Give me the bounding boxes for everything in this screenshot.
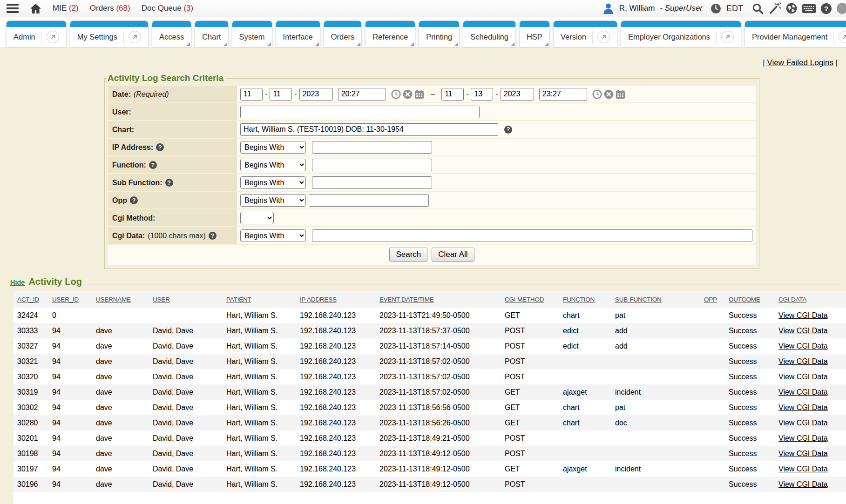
- function-match-select[interactable]: Begins With: [240, 159, 306, 171]
- function-input[interactable]: [312, 159, 432, 171]
- column-header-link[interactable]: ACT_ID: [17, 296, 39, 303]
- column-header-link[interactable]: OPP: [704, 296, 717, 303]
- date-from-day-input[interactable]: [270, 88, 292, 101]
- tab-reference[interactable]: Reference: [365, 21, 415, 47]
- sub-function-input[interactable]: [312, 176, 432, 189]
- view-cgi-data-link[interactable]: View CGI Data: [778, 373, 828, 381]
- tab-hsp[interactable]: HSP: [520, 21, 549, 47]
- hide-log-link[interactable]: Hide: [10, 279, 25, 286]
- cell-user: David, Dave: [149, 461, 223, 477]
- sub-function-help-icon[interactable]: ?: [165, 179, 173, 187]
- search-icon[interactable]: [752, 3, 764, 14]
- external-link-icon[interactable]: [597, 31, 610, 43]
- calendar-icon[interactable]: [414, 89, 424, 99]
- column-header-link[interactable]: USER: [153, 296, 170, 303]
- cgi-data-row: Cgi Data:(1000 chars max)? Begins With: [108, 227, 756, 244]
- external-link-icon[interactable]: [47, 31, 59, 43]
- ip-address-input[interactable]: [312, 141, 432, 154]
- time-picker-icon[interactable]: [592, 89, 602, 99]
- nav-doc-queue[interactable]: Doc Queue (3): [142, 4, 194, 13]
- date-to-month-input[interactable]: [441, 88, 464, 101]
- view-cgi-data-link[interactable]: View CGI Data: [778, 342, 828, 350]
- view-cgi-data-link[interactable]: View CGI Data: [778, 480, 828, 488]
- tab-scheduling[interactable]: Scheduling: [463, 21, 515, 47]
- user-input[interactable]: [240, 106, 480, 118]
- nav-orders[interactable]: Orders (68): [90, 4, 130, 13]
- column-header-link[interactable]: USERNAME: [96, 296, 131, 303]
- sub-function-match-select[interactable]: Begins With: [240, 176, 306, 189]
- tab-version[interactable]: Version: [554, 21, 617, 47]
- view-cgi-data-link[interactable]: View CGI Data: [778, 465, 828, 473]
- cgi-data-help-icon[interactable]: ?: [209, 232, 217, 240]
- tab-interface[interactable]: Interface: [276, 21, 320, 47]
- clear-date-icon[interactable]: [604, 89, 614, 99]
- view-failed-logins-link[interactable]: View Failed Logins: [767, 58, 833, 67]
- date-to-day-input[interactable]: [471, 88, 493, 101]
- time-picker-icon[interactable]: [391, 89, 401, 99]
- external-link-icon[interactable]: [721, 31, 734, 43]
- column-header-link[interactable]: CGI METHOD: [505, 296, 544, 303]
- globe-icon[interactable]: [786, 3, 797, 14]
- view-cgi-data-link[interactable]: View CGI Data: [778, 419, 828, 427]
- cgi-method-select[interactable]: [240, 212, 274, 224]
- clock-icon[interactable]: [711, 3, 721, 14]
- date-to-year-input[interactable]: [501, 88, 534, 101]
- column-header-link[interactable]: OUTCOME: [729, 296, 760, 303]
- opp-input[interactable]: [309, 194, 429, 207]
- calendar-icon[interactable]: [616, 89, 625, 99]
- tab-printing[interactable]: Printing: [419, 21, 459, 47]
- column-header-link[interactable]: PATIENT: [226, 296, 251, 303]
- date-from-time-input[interactable]: [338, 88, 386, 101]
- tab-access[interactable]: Access: [152, 21, 191, 47]
- chart-help-icon[interactable]: ?: [504, 126, 512, 134]
- tab-my-settings[interactable]: My Settings: [70, 21, 148, 47]
- nav-mie[interactable]: MIE (2): [53, 4, 79, 13]
- view-cgi-data-link[interactable]: View CGI Data: [778, 388, 828, 396]
- view-cgi-data-link[interactable]: View CGI Data: [778, 403, 828, 411]
- view-cgi-data-link[interactable]: View CGI Data: [778, 357, 828, 365]
- date-to-time-input[interactable]: [539, 88, 587, 101]
- cgi-data-match-select[interactable]: Begins With: [240, 229, 306, 242]
- cell-cgi-data: View CGI Data: [775, 461, 846, 477]
- username-text: R, William: [619, 4, 655, 13]
- column-header-link[interactable]: EVENT DATE/TIME: [379, 296, 434, 303]
- date-from-month-input[interactable]: [240, 88, 263, 101]
- ip-match-select[interactable]: Begins With: [240, 141, 306, 154]
- column-header-link[interactable]: SUB-FUNCTION: [615, 296, 662, 303]
- chart-input[interactable]: [240, 123, 498, 136]
- tab-provider-management[interactable]: Provider Management: [745, 21, 846, 47]
- opp-help-icon[interactable]: ?: [130, 196, 138, 204]
- cell-user-id: 94: [48, 461, 92, 477]
- column-header-link[interactable]: USER_ID: [52, 296, 79, 303]
- column-header-link[interactable]: IP ADDRESS: [300, 296, 337, 303]
- home-icon[interactable]: [30, 3, 41, 14]
- column-header-link[interactable]: CGI DATA: [778, 296, 806, 303]
- ip-help-icon[interactable]: ?: [156, 143, 164, 151]
- external-link-icon[interactable]: [129, 31, 141, 43]
- help-icon[interactable]: ?: [821, 3, 832, 14]
- magic-wand-icon[interactable]: [769, 2, 781, 14]
- search-button[interactable]: Search: [389, 248, 427, 262]
- opp-match-select[interactable]: Begins With: [240, 194, 306, 207]
- cell-user: David, Dave: [149, 338, 223, 354]
- view-cgi-data-link[interactable]: View CGI Data: [778, 311, 828, 319]
- function-help-icon[interactable]: ?: [149, 161, 157, 169]
- clear-date-icon[interactable]: [403, 89, 413, 99]
- top-bar: MIE (2) Orders (68) Doc Queue (3) R, Wil…: [0, 0, 846, 17]
- cgi-data-input[interactable]: [312, 229, 752, 242]
- tab-orders[interactable]: Orders: [324, 21, 361, 47]
- clear-all-button[interactable]: Clear All: [432, 248, 474, 262]
- view-cgi-data-link[interactable]: View CGI Data: [778, 450, 828, 457]
- view-cgi-data-link[interactable]: View CGI Data: [778, 327, 828, 335]
- user-icon[interactable]: [603, 3, 613, 14]
- tab-system[interactable]: System: [232, 21, 272, 47]
- tab-admin[interactable]: Admin: [7, 21, 66, 47]
- view-cgi-data-link[interactable]: View CGI Data: [778, 434, 828, 442]
- keyboard-icon[interactable]: [802, 4, 816, 13]
- tab-employer-organizations[interactable]: Employer Organizations: [621, 21, 741, 47]
- external-link-icon[interactable]: [839, 31, 846, 43]
- tab-chart[interactable]: Chart: [195, 21, 228, 47]
- date-from-year-input[interactable]: [299, 88, 333, 101]
- column-header-link[interactable]: FUNCTION: [563, 296, 595, 303]
- hamburger-menu-icon[interactable]: [7, 4, 19, 13]
